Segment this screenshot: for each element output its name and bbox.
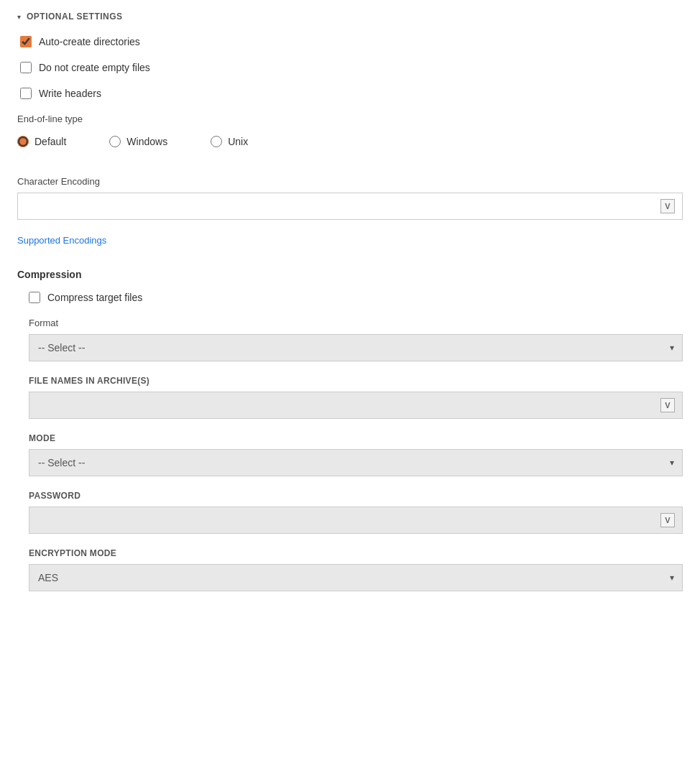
password-variable-icon[interactable]: V	[660, 513, 675, 527]
eol-default-label: Default	[34, 136, 66, 147]
auto-create-label[interactable]: Auto-create directories	[39, 36, 140, 47]
compression-inner: Compress target files Format -- Select -…	[17, 292, 683, 591]
eol-windows-label: Windows	[126, 136, 167, 147]
compress-files-checkbox[interactable]	[29, 292, 40, 303]
file-names-group: FILE NAMES IN ARCHIVE(S) V	[29, 376, 683, 419]
format-label: Format	[29, 318, 683, 328]
supported-encodings-link[interactable]: Supported Encodings	[17, 235, 106, 246]
eol-label: End-of-line type	[17, 114, 683, 124]
encryption-mode-group: ENCRYPTION MODE AES ▾	[29, 548, 683, 591]
password-input[interactable]	[29, 507, 682, 533]
section-title: OPTIONAL SETTINGS	[27, 11, 123, 22]
format-select[interactable]: -- Select --	[29, 334, 683, 361]
file-names-input-wrapper: V	[29, 392, 683, 419]
mode-group: MODE -- Select -- ▾	[29, 433, 683, 476]
no-empty-label[interactable]: Do not create empty files	[39, 62, 150, 73]
character-encoding-input[interactable]	[18, 193, 682, 219]
file-names-label: FILE NAMES IN ARCHIVE(S)	[29, 376, 683, 386]
mode-select[interactable]: -- Select --	[29, 449, 683, 476]
eol-unix-option[interactable]: Unix	[211, 136, 248, 147]
compress-files-label[interactable]: Compress target files	[47, 292, 142, 303]
eol-unix-label: Unix	[228, 136, 248, 147]
variable-icon[interactable]: V	[660, 199, 675, 213]
write-headers-row: Write headers	[17, 88, 683, 99]
encryption-mode-label: ENCRYPTION MODE	[29, 548, 683, 558]
eol-windows-option[interactable]: Windows	[109, 136, 167, 147]
character-encoding-label: Character Encoding	[17, 176, 683, 187]
compression-section: Compression Compress target files Format…	[17, 269, 683, 591]
auto-create-checkbox[interactable]	[20, 36, 32, 47]
character-encoding-input-wrapper: V	[17, 193, 683, 220]
file-names-input[interactable]	[29, 392, 682, 418]
write-headers-checkbox[interactable]	[20, 88, 32, 99]
eol-windows-radio[interactable]	[109, 136, 121, 147]
password-group: PASSWORD V	[29, 491, 683, 534]
format-select-wrapper: -- Select -- ▾	[29, 334, 683, 361]
optional-settings-header[interactable]: ▾ OPTIONAL SETTINGS	[17, 11, 683, 22]
file-names-variable-icon[interactable]: V	[660, 398, 675, 412]
password-label: PASSWORD	[29, 491, 683, 501]
encryption-mode-select-wrapper: AES ▾	[29, 564, 683, 591]
mode-select-wrapper: -- Select -- ▾	[29, 449, 683, 476]
no-empty-row: Do not create empty files	[17, 62, 683, 73]
format-group: Format -- Select -- ▾	[29, 318, 683, 361]
eol-default-option[interactable]: Default	[17, 136, 66, 147]
mode-label: MODE	[29, 433, 683, 443]
auto-create-row: Auto-create directories	[17, 36, 683, 47]
chevron-down-icon: ▾	[17, 13, 21, 21]
eol-radio-group: Default Windows Unix	[17, 130, 683, 153]
compress-checkbox-row: Compress target files	[29, 292, 683, 303]
eol-default-radio[interactable]	[17, 136, 29, 147]
eol-unix-radio[interactable]	[211, 136, 222, 147]
character-encoding-group: Character Encoding V	[17, 176, 683, 220]
password-input-wrapper: V	[29, 507, 683, 534]
eol-group: End-of-line type Default Windows Unix	[17, 114, 683, 153]
encryption-mode-select[interactable]: AES	[29, 564, 683, 591]
page-container: ▾ OPTIONAL SETTINGS Auto-create director…	[0, 0, 700, 617]
write-headers-label[interactable]: Write headers	[39, 88, 101, 99]
no-empty-checkbox[interactable]	[20, 62, 32, 73]
compression-title: Compression	[17, 269, 683, 280]
